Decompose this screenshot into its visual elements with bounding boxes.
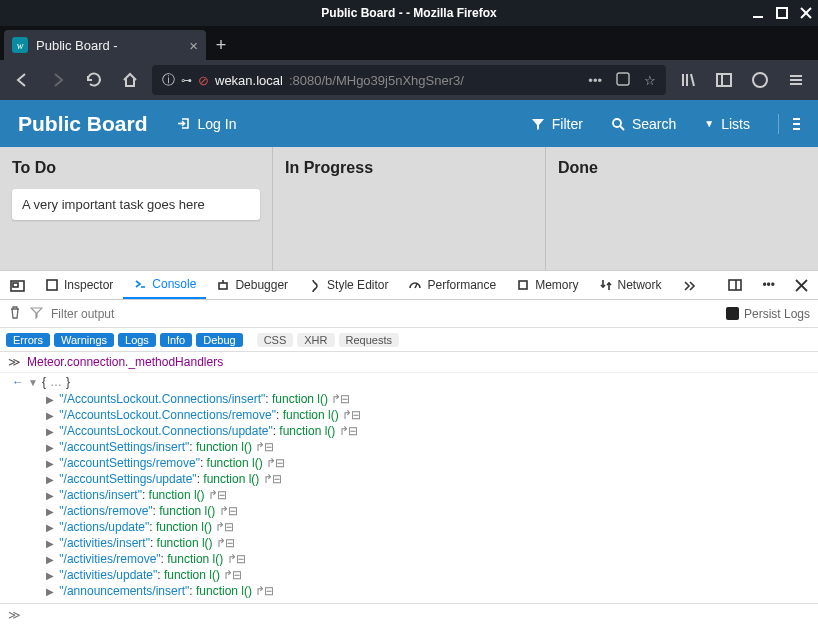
object-entry[interactable]: ▶ "/actions/insert": function l() ↱⊟ [46, 487, 818, 503]
entry-key: "/AccountsLockout.Connections/update" [59, 424, 272, 438]
sidebar-icon[interactable] [710, 66, 738, 94]
maximize-button[interactable] [776, 7, 788, 19]
tab-close-icon[interactable]: × [189, 38, 198, 53]
jump-to-source-icon[interactable]: ↱⊟ [219, 504, 237, 518]
dock-side-icon[interactable] [718, 271, 752, 299]
console-output[interactable]: ≫ Meteor.connection._methodHandlers ← ▼ … [0, 352, 818, 625]
list-inprogress[interactable]: In Progress [273, 147, 546, 270]
tab-style-editor[interactable]: Style Editor [298, 271, 398, 299]
twisty-closed-icon[interactable]: ▶ [46, 554, 56, 565]
object-entry[interactable]: ▶ "/actions/remove": function l() ↱⊟ [46, 503, 818, 519]
filter-button[interactable]: Filter [531, 116, 583, 132]
jump-to-source-icon[interactable]: ↱⊟ [227, 552, 245, 566]
object-entry[interactable]: ▶ "/activities/insert": function l() ↱⊟ [46, 535, 818, 551]
browser-tab[interactable]: w Public Board - × [4, 30, 206, 60]
brace: { [42, 375, 46, 389]
console-input[interactable]: ≫ [0, 603, 818, 625]
pill-info[interactable]: Info [160, 333, 192, 347]
tab-memory[interactable]: Memory [506, 271, 588, 299]
reader-icon[interactable] [616, 72, 630, 89]
board-menu-button[interactable] [778, 114, 800, 134]
list-done[interactable]: Done [546, 147, 818, 270]
profile-icon[interactable] [746, 66, 774, 94]
jump-to-source-icon[interactable]: ↱⊟ [255, 584, 273, 598]
devtools-menu-icon[interactable]: ••• [752, 271, 785, 299]
pill-requests[interactable]: Requests [339, 333, 399, 347]
tab-inspector[interactable]: Inspector [35, 271, 123, 299]
twisty-closed-icon[interactable]: ▶ [46, 586, 56, 597]
home-button[interactable] [116, 66, 144, 94]
twisty-closed-icon[interactable]: ▶ [46, 490, 56, 501]
pill-warnings[interactable]: Warnings [54, 333, 114, 347]
list-todo[interactable]: To Do A very important task goes here [0, 147, 273, 270]
persist-logs-checkbox[interactable] [726, 307, 739, 320]
object-entry[interactable]: ▶ "/AccountsLockout.Connections/remove":… [46, 407, 818, 423]
info-icon[interactable]: ⓘ [162, 71, 175, 89]
pill-xhr[interactable]: XHR [297, 333, 334, 347]
twisty-closed-icon[interactable]: ▶ [46, 570, 56, 581]
tabs-overflow-icon[interactable] [672, 271, 706, 299]
minimize-button[interactable] [752, 7, 764, 19]
console-filter-input[interactable] [51, 307, 251, 321]
object-entry[interactable]: ▶ "/AccountsLockout.Connections/update":… [46, 423, 818, 439]
reload-button[interactable] [80, 66, 108, 94]
twisty-closed-icon[interactable]: ▶ [46, 474, 56, 485]
pill-debug[interactable]: Debug [196, 333, 242, 347]
lists-button[interactable]: ▼ Lists [704, 116, 750, 132]
twisty-closed-icon[interactable]: ▶ [46, 506, 56, 517]
library-icon[interactable] [674, 66, 702, 94]
console-result-root[interactable]: ← ▼ {…} [12, 373, 818, 391]
devtools-close-icon[interactable] [785, 271, 818, 299]
close-button[interactable] [800, 7, 812, 19]
twisty-closed-icon[interactable]: ▶ [46, 458, 56, 469]
iframe-picker-icon[interactable] [0, 271, 35, 299]
clear-console-icon[interactable] [8, 305, 22, 322]
tab-performance[interactable]: Performance [398, 271, 506, 299]
object-entry[interactable]: ▶ "/accountSettings/update": function l(… [46, 471, 818, 487]
object-entry[interactable]: ▶ "/accountSettings/remove": function l(… [46, 455, 818, 471]
page-actions-icon[interactable]: ••• [588, 73, 602, 88]
jump-to-source-icon[interactable]: ↱⊟ [215, 520, 233, 534]
pill-logs[interactable]: Logs [118, 333, 156, 347]
jump-to-source-icon[interactable]: ↱⊟ [342, 408, 360, 422]
twisty-closed-icon[interactable]: ▶ [46, 442, 56, 453]
login-button[interactable]: Log In [176, 116, 237, 132]
tab-debugger[interactable]: Debugger [206, 271, 298, 299]
tab-network[interactable]: Network [589, 271, 672, 299]
pill-errors[interactable]: Errors [6, 333, 50, 347]
twisty-closed-icon[interactable]: ▶ [46, 410, 56, 421]
tab-console[interactable]: Console [123, 271, 206, 299]
object-entry[interactable]: ▶ "/activities/remove": function l() ↱⊟ [46, 551, 818, 567]
search-button[interactable]: Search [611, 116, 676, 132]
object-entry[interactable]: ▶ "/announcements/insert": function l() … [46, 583, 818, 599]
jump-to-source-icon[interactable]: ↱⊟ [263, 472, 281, 486]
jump-to-source-icon[interactable]: ↱⊟ [255, 440, 273, 454]
jump-to-source-icon[interactable]: ↱⊟ [223, 568, 241, 582]
jump-to-source-icon[interactable]: ↱⊟ [208, 488, 226, 502]
jump-to-source-icon[interactable]: ↱⊟ [266, 456, 284, 470]
bookmark-icon[interactable]: ☆ [644, 73, 656, 88]
twisty-closed-icon[interactable]: ▶ [46, 394, 56, 405]
twisty-closed-icon[interactable]: ▶ [46, 522, 56, 533]
object-entry[interactable]: ▶ "/accountSettings/insert": function l(… [46, 439, 818, 455]
twisty-open-icon[interactable]: ▼ [28, 377, 38, 388]
forward-button[interactable] [44, 66, 72, 94]
jump-to-source-icon[interactable]: ↱⊟ [331, 392, 349, 406]
code-token: Meteor [27, 355, 64, 369]
object-entry[interactable]: ▶ "/actions/update": function l() ↱⊟ [46, 519, 818, 535]
jump-to-source-icon[interactable]: ↱⊟ [216, 536, 234, 550]
twisty-closed-icon[interactable]: ▶ [46, 538, 56, 549]
object-entry[interactable]: ▶ "/AccountsLockout.Connections/insert":… [46, 391, 818, 407]
svg-rect-27 [729, 280, 741, 290]
object-entry[interactable]: ▶ "/activities/update": function l() ↱⊟ [46, 567, 818, 583]
back-button[interactable] [8, 66, 36, 94]
jump-to-source-icon[interactable]: ↱⊟ [339, 424, 357, 438]
card[interactable]: A very important task goes here [12, 189, 260, 220]
pill-css[interactable]: CSS [257, 333, 294, 347]
menu-icon[interactable] [782, 66, 810, 94]
twisty-closed-icon[interactable]: ▶ [46, 426, 56, 437]
url-bar[interactable]: ⓘ ⊶ ⊘ wekan.local:8080/b/MHgo39j5nXhgSne… [152, 65, 666, 95]
entry-value: function l() [156, 520, 212, 534]
new-tab-button[interactable]: + [206, 30, 236, 60]
board-title[interactable]: Public Board [18, 112, 148, 136]
